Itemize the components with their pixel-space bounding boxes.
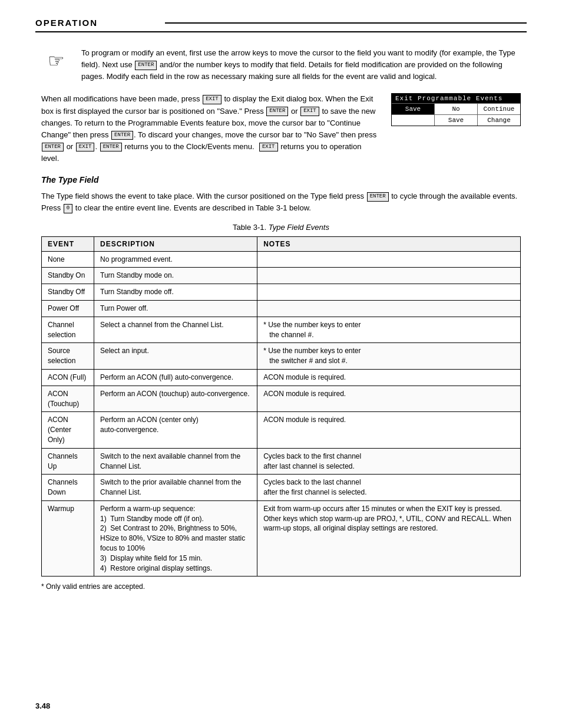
cell-description: Turn Power off. [94, 300, 257, 317]
cell-event: Source selection [42, 343, 94, 370]
note-text: To program or modify an event, first use… [81, 47, 521, 83]
enter-key-1: ENTER [135, 61, 157, 70]
table-row: Channel selectionSelect a channel from t… [42, 317, 521, 343]
cell-description: Select a channel from the Channel List. [94, 317, 257, 343]
table-row: Source selectionSelect an input.* Use th… [42, 343, 521, 370]
cell-notes: ACON module is required. [257, 369, 521, 386]
cell-event: None [42, 251, 94, 268]
table-row: Channels UpSwitch to the next available … [42, 448, 521, 475]
exit-change-cell: Change [478, 115, 520, 126]
cell-notes [257, 284, 521, 301]
exit-key-4: EXIT [259, 143, 278, 152]
table-row: NoneNo programmed event. [42, 251, 521, 268]
note-block: ☞ To program or modify an event, first u… [41, 47, 521, 83]
exit-dialog-row2: Save Change [392, 114, 520, 126]
exit-dialog: Exit Programmable Events Save No Continu… [391, 93, 521, 126]
cell-description: Turn Standby mode off. [94, 284, 257, 301]
table-row: Channels DownSwitch to the prior availab… [42, 475, 521, 501]
table-row: ACON (Center Only)Perform an ACON (cente… [42, 412, 521, 448]
page-number: 3.48 [35, 701, 50, 710]
main-content: ☞ To program or modify an event, first u… [35, 47, 527, 591]
para-dialog-section: When all modifications have been made, p… [41, 93, 521, 164]
page-header: OPERATION [35, 18, 527, 32]
table-footnote: * Only valid entries are accepted. [41, 582, 521, 591]
exit-key-2: EXIT [300, 107, 319, 116]
page: OPERATION ☞ To program or modify an even… [0, 0, 562, 728]
table-row: Power OffTurn Power off. [42, 300, 521, 317]
exit-dialog-row1: Save No Continue [392, 103, 520, 114]
cell-description: Switch to the prior available channel fr… [94, 475, 257, 501]
col-event: EVENT [42, 236, 94, 251]
enter-key-3: ENTER [111, 131, 133, 140]
cell-notes: * Use the number keys to enter the switc… [257, 343, 521, 370]
col-notes: NOTES [257, 236, 521, 251]
cell-event: Channels Down [42, 475, 94, 501]
cell-notes [257, 300, 521, 317]
note-icon: ☞ [41, 50, 71, 83]
exit-key-3: EXIT [76, 143, 95, 152]
cell-event: ACON (Center Only) [42, 412, 94, 448]
cell-description: Perform an ACON (center only) auto-conve… [94, 412, 257, 448]
para-type-field: The Type field shows the event to take p… [41, 190, 521, 214]
cell-description: Perform a warm-up sequence: 1) Turn Stan… [94, 500, 257, 577]
table-row: Standby OffTurn Standby mode off. [42, 284, 521, 301]
exit-dialog-title: Exit Programmable Events [392, 94, 520, 103]
table-header-row: EVENT DESCRIPTION NOTES [42, 236, 521, 251]
table-row: WarmupPerform a warm-up sequence: 1) Tur… [42, 500, 521, 577]
section-heading-type-field: The Type Field [41, 175, 521, 185]
cell-event: Channels Up [42, 448, 94, 475]
cell-notes: Cycles back to the first channel after l… [257, 448, 521, 475]
cell-event: ACON (Full) [42, 369, 94, 386]
type-field-table: EVENT DESCRIPTION NOTES NoneNo programme… [41, 236, 521, 577]
cell-event: Standby Off [42, 284, 94, 301]
exit-no-cell: No [435, 104, 478, 114]
cell-notes: Cycles back to the last channel after th… [257, 475, 521, 501]
table-row: Standby OnTurn Standby mode on. [42, 268, 521, 284]
zero-key: 0 [64, 204, 72, 213]
cell-event: Standby On [42, 268, 94, 284]
cell-notes: Exit from warm-up occurs after 15 minute… [257, 500, 521, 577]
cell-notes: ACON module is required. [257, 412, 521, 448]
cell-notes [257, 268, 521, 284]
enter-key-4: ENTER [42, 143, 64, 152]
table-title-italic: Type Field Events [269, 223, 329, 232]
cell-event: ACON (Touchup) [42, 386, 94, 412]
exit-key-1: EXIT [203, 95, 222, 104]
exit-continue-cell: Continue [478, 104, 520, 114]
exit-save2-cell: Save [435, 115, 478, 126]
cell-notes [257, 251, 521, 268]
enter-key-5: ENTER [100, 143, 122, 152]
cell-description: Perform an ACON (full) auto-convergence. [94, 369, 257, 386]
cell-description: No programmed event. [94, 251, 257, 268]
cell-description: Perform an ACON (touchup) auto-convergen… [94, 386, 257, 412]
col-description: DESCRIPTION [94, 236, 257, 251]
page-title: OPERATION [35, 18, 156, 28]
cell-notes: * Use the number keys to enter the chann… [257, 317, 521, 343]
cell-notes: ACON module is required. [257, 386, 521, 412]
header-divider [165, 22, 527, 24]
enter-key-2: ENTER [266, 107, 288, 116]
para-exit: When all modifications have been made, p… [41, 93, 379, 164]
table-title: Table 3-1. Type Field Events [41, 223, 521, 232]
table-row: ACON (Touchup)Perform an ACON (touchup) … [42, 386, 521, 412]
cell-description: Select an input. [94, 343, 257, 370]
cell-description: Switch to the next available channel fro… [94, 448, 257, 475]
exit-save-cell: Save [392, 104, 435, 114]
enter-key-6: ENTER [367, 192, 389, 202]
cell-description: Turn Standby mode on. [94, 268, 257, 284]
cell-event: Power Off [42, 300, 94, 317]
exit-blank-cell [392, 115, 435, 126]
table-row: ACON (Full)Perform an ACON (full) auto-c… [42, 369, 521, 386]
cell-event: Channel selection [42, 317, 94, 343]
table-title-text: Table 3-1. [233, 223, 266, 232]
cell-event: Warmup [42, 500, 94, 577]
